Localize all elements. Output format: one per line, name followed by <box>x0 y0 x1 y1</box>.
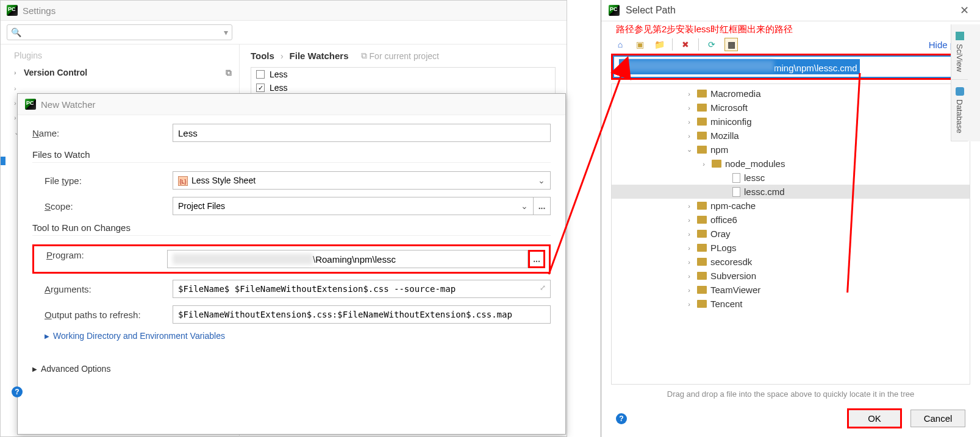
tree-row[interactable]: ›Microsoft <box>612 101 970 115</box>
tree-label: miniconfig <box>710 116 752 127</box>
scope-browse-button[interactable]: ... <box>534 197 551 215</box>
path-input[interactable]: ming\npm\lessc.cmd <box>613 55 957 78</box>
tree-label: Microsoft <box>710 102 748 113</box>
home-icon[interactable]: ⌂ <box>613 38 627 51</box>
scope-label: Scope: <box>45 201 173 211</box>
arguments-label: Arguments: <box>45 284 173 294</box>
tree-row[interactable]: ›PLogs <box>612 241 970 255</box>
section-files-to-watch: Files to Watch <box>32 149 551 163</box>
program-label: Program: <box>38 250 167 268</box>
settings-search-input[interactable]: 🔍 ▾ <box>7 24 232 40</box>
tree-row[interactable]: ⌄npm <box>612 143 970 157</box>
program-browse-button[interactable]: ... <box>528 250 545 268</box>
chevron-right-icon[interactable]: › <box>685 132 693 140</box>
help-icon[interactable]: ? <box>616 413 627 424</box>
scope-combo[interactable]: Project Files ⌄ <box>173 197 534 215</box>
dialog-titlebar: New Watcher <box>18 94 565 115</box>
breadcrumb: Tools › File Watchers ⧉For current proje… <box>251 51 556 61</box>
tree-label: Tencent <box>710 299 743 309</box>
folder-icon <box>697 146 707 154</box>
combo-value: Less Style Sheet <box>191 176 256 185</box>
tree-row[interactable]: ›Oray <box>612 227 970 241</box>
chevron-right-icon: › <box>281 51 284 61</box>
tree-row[interactable]: ›miniconfig <box>612 115 970 129</box>
chevron-down-icon: ⌄ <box>538 176 545 185</box>
tree-row[interactable]: ›npm-cache <box>612 199 970 213</box>
chevron-right-icon[interactable]: › <box>685 230 693 238</box>
tree-row[interactable]: ›office6 <box>612 213 970 227</box>
selection-indicator <box>1 157 5 165</box>
tree-row[interactable]: lessc.cmd <box>612 185 970 199</box>
filetype-combo[interactable]: {L}Less Style Sheet ⌄ <box>173 171 551 190</box>
watcher-row[interactable]: Less <box>251 68 555 81</box>
select-path-dialog: Select Path ✕ 路径参见第2步安装less时红框圈出来的路径 ⌂ ▣… <box>601 0 980 437</box>
checkbox-unchecked[interactable] <box>256 70 265 79</box>
chevron-right-icon[interactable]: › <box>685 300 693 308</box>
delete-icon[interactable]: ✖ <box>679 38 692 51</box>
working-directory-expander[interactable]: ▶ Working Directory and Environment Vari… <box>32 331 551 341</box>
file-tree[interactable]: ›Macromedia›Microsoft›miniconfig›Mozilla… <box>611 83 970 385</box>
chevron-right-icon: › <box>14 69 20 76</box>
tree-label: Subversion <box>710 271 756 281</box>
chevron-right-icon[interactable]: › <box>685 216 693 224</box>
expand-icon[interactable]: ⤢ <box>540 283 546 292</box>
sidebar-item-version-control[interactable]: › Version Control ⧉ <box>1 64 239 81</box>
tree-row[interactable]: ›Subversion <box>612 269 970 283</box>
folder-icon <box>697 90 707 98</box>
tree-label: lessc <box>744 172 765 183</box>
chevron-right-icon[interactable]: › <box>685 90 693 98</box>
chevron-right-icon[interactable]: › <box>699 160 708 168</box>
sciview-tab[interactable]: SciView <box>951 24 968 80</box>
chevron-right-icon[interactable]: › <box>685 202 693 210</box>
path-input-highlight: ming\npm\lessc.cmd <box>611 54 959 80</box>
checkbox-checked[interactable]: ✓ <box>256 83 265 92</box>
annotation-text: 路径参见第2步安装less时红框圈出来的路径 <box>601 21 980 35</box>
folder-icon <box>712 160 721 168</box>
chevron-right-icon[interactable]: › <box>685 244 693 252</box>
chevron-right-icon[interactable]: › <box>685 104 693 112</box>
folder-icon <box>697 216 707 224</box>
sidebar-label: Version Control <box>24 68 87 77</box>
tree-label: npm-cache <box>710 201 756 211</box>
tree-row[interactable]: ›TeamViewer <box>612 283 970 297</box>
chevron-right-icon[interactable]: › <box>685 272 693 280</box>
chevron-right-icon[interactable]: › <box>685 258 693 266</box>
chevron-right-icon[interactable]: › <box>685 118 693 126</box>
refresh-icon[interactable]: ⟳ <box>705 38 718 51</box>
help-icon[interactable]: ? <box>12 386 23 397</box>
settings-title: Settings <box>23 5 55 16</box>
tree-row[interactable]: ›Tencent <box>612 297 970 311</box>
copy-icon: ⧉ <box>226 68 232 78</box>
pycharm-icon <box>25 99 36 110</box>
breadcrumb-main[interactable]: Tools <box>251 51 274 61</box>
folder-icon <box>697 244 707 252</box>
less-filetype-icon: {L} <box>178 176 188 186</box>
close-icon[interactable]: ✕ <box>956 4 973 17</box>
database-tab[interactable]: Database <box>951 80 968 141</box>
tree-row[interactable]: ›Macromedia <box>612 87 970 101</box>
name-input[interactable] <box>173 124 551 142</box>
blurred-path <box>173 254 313 265</box>
tree-row[interactable]: ›node_modules <box>612 157 970 171</box>
advanced-options-expander[interactable]: ▶ Advanced Options <box>32 364 551 374</box>
ok-button[interactable]: OK <box>847 408 902 428</box>
chevron-down-icon[interactable]: ⌄ <box>685 146 693 154</box>
folder-icon <box>697 258 707 266</box>
project-folder-icon[interactable]: ▣ <box>633 38 646 51</box>
sidebar-item-plugins[interactable]: Plugins <box>1 47 239 64</box>
chevron-right-icon[interactable]: › <box>685 286 693 294</box>
breadcrumb-sub: File Watchers <box>290 51 349 61</box>
tree-row[interactable]: ›secoresdk <box>612 255 970 269</box>
tree-row[interactable]: ›Mozilla <box>612 129 970 143</box>
name-label: Name: <box>32 128 173 138</box>
pycharm-icon <box>609 5 620 16</box>
watcher-row[interactable]: ✓ Less <box>251 81 555 94</box>
dialog-title: Select Path <box>626 5 950 16</box>
new-folder-icon[interactable]: 📁 <box>653 38 666 51</box>
cancel-button[interactable]: Cancel <box>910 410 965 427</box>
arguments-input[interactable] <box>173 280 551 298</box>
output-paths-input[interactable] <box>173 305 551 324</box>
program-input[interactable]: \Roaming\npm\lessc <box>167 250 528 268</box>
show-hidden-icon[interactable]: ▦ <box>724 38 738 51</box>
tree-row[interactable]: lessc <box>612 171 970 185</box>
